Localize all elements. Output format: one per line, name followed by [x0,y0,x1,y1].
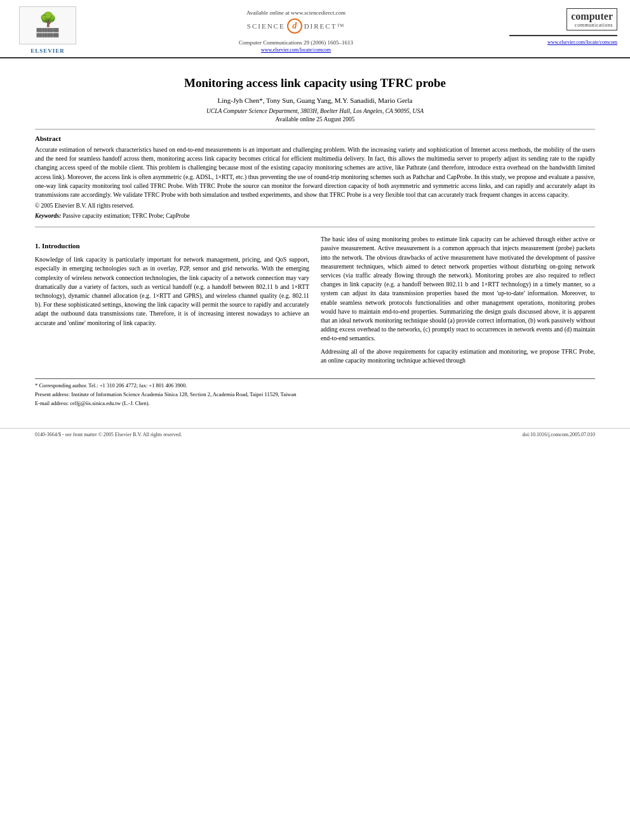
paper-affiliation: UCLA Computer Science Department, 3803H,… [35,108,595,114]
page-footer: 0140-3664/$ - see front matter © 2005 El… [0,428,630,437]
section1-left-para: Knowledge of link capacity is particular… [35,255,309,328]
paper-title: Monitoring access link capacity using TF… [35,76,595,90]
elsevier-label-text: ELSEVIER [30,48,65,54]
footnote-star: * Corresponding author. Tel.: +1 310 206… [35,382,595,390]
keywords-values: Passive capacity estimation; TFRC Probe;… [63,213,190,219]
elsevier-tree-icon: 🌳 [39,13,57,27]
footer-issn: 0140-3664/$ - see front matter © 2005 El… [35,432,182,437]
abstract-section: Abstract Accurate estimation of network … [35,135,595,219]
header-center: Available online at www.sciencedirect.co… [83,6,509,53]
two-column-section: 1. Introduction Knowledge of link capaci… [35,235,595,369]
elsevier-logo: 🌳 ▓▓▓▓▓▓▓▓ ▓▓▓▓▓▓▓▓ ELSEVIER [13,6,83,54]
direct-text: DIRECT™ [304,22,345,30]
footnote-area: * Corresponding author. Tel.: +1 310 206… [35,378,595,408]
left-column: 1. Introduction Knowledge of link capaci… [35,235,309,369]
copyright-text: © 2005 Elsevier B.V. All rights reserved… [35,203,595,209]
available-online-text: Available online at www.sciencedirect.co… [246,10,345,16]
abstract-title: Abstract [35,135,595,142]
keywords-text: Keywords: Passive capacity estimation; T… [35,213,595,219]
computer-communications-logo: computer communications [566,8,617,30]
section1-right-para1: The basic idea of using monitoring probe… [321,235,595,343]
cc-logo-sub: communications [571,22,613,28]
footnote-present: Present address: Institute of Informatio… [35,391,595,399]
cc-logo-title: computer [571,11,613,22]
section1-title: 1. Introduction [35,241,309,251]
paper-available: Available online 25 August 2005 [35,116,595,123]
footnote-email: E-mail address: celljj@iis.sinica.edu.tw… [35,400,595,408]
elsevier-url: www.elsevier.com/locate/comcom [547,39,617,45]
paper-content: Monitoring access link capacity using TF… [0,58,630,422]
footer-doi: doi:10.1016/j.comcom.2005.07.010 [523,432,595,437]
right-column: The basic idea of using monitoring probe… [321,235,595,369]
d-icon: d [287,18,302,34]
divider-1 [35,129,595,130]
section1-right-para2: Addressing all of the above requirements… [321,347,595,365]
paper-authors: Ling-Jyh Chen*, Tony Sun, Guang Yang, M.… [35,97,595,104]
page-header: 🌳 ▓▓▓▓▓▓▓▓ ▓▓▓▓▓▓▓▓ ELSEVIER Available o… [0,0,630,58]
science-text: SCIENCE [247,22,285,30]
journal-url: www.elsevier.com/locate/comcom [261,47,331,53]
sciencedirect-logo: SCIENCE d DIRECT™ [247,18,345,34]
journal-name: Computer Communications 29 (2006) 1605–1… [239,39,353,46]
keywords-label: Keywords: [35,213,61,219]
abstract-text: Accurate estimation of network character… [35,145,595,199]
elsevier-logo-box: 🌳 ▓▓▓▓▓▓▓▓ ▓▓▓▓▓▓▓▓ [19,6,76,44]
divider-2 [35,227,595,227]
header-right: computer communications www.elsevier.com… [509,6,617,45]
